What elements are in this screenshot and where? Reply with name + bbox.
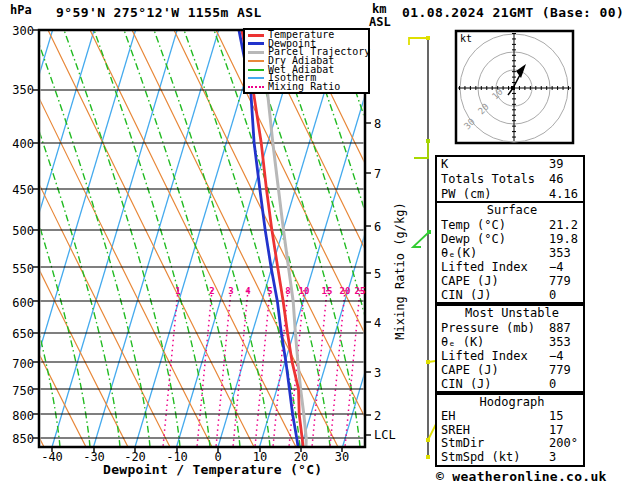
- table-section-title: Most Unstable: [437, 306, 583, 321]
- parcel-line-sample: [248, 51, 264, 54]
- pressure-tick: 350: [6, 83, 34, 97]
- table-row: θₑ (K)353: [437, 335, 583, 349]
- table-row: CAPE (J)779: [437, 363, 583, 377]
- mixing-ratio-value: 25: [352, 286, 368, 296]
- mixing-ratio-value: 8: [280, 286, 296, 296]
- wind-barb-dot: [426, 36, 430, 40]
- pressure-tick: 700: [6, 357, 34, 371]
- pressure-tick: 600: [6, 296, 34, 310]
- km-tick: 5: [374, 267, 381, 281]
- datetime-label: 01.08.2024 21GMT (Base: 00): [402, 5, 624, 20]
- table-row: CIN (J)0: [437, 288, 583, 302]
- lcl-label: LCL: [374, 428, 396, 442]
- table-row: Pressure (mb)887: [437, 321, 583, 335]
- legend: Temperature Dewpoint Parcel Trajectory D…: [243, 28, 370, 94]
- wind-barb: [413, 232, 429, 247]
- wind-barb-dot: [426, 139, 430, 143]
- table-row: K39: [437, 157, 583, 172]
- mixing-ratio-value: 10: [296, 286, 312, 296]
- km-tick: 6: [374, 220, 381, 234]
- indices-table: K39 Totals Totals46 PW (cm)4.16: [435, 155, 585, 203]
- mixing-ratio-axis-label: Mixing Ratio (g/kg): [393, 191, 407, 351]
- wind-barb: [414, 141, 428, 158]
- wind-barb-dot: [426, 455, 430, 459]
- most-unstable-table: Most Unstable Pressure (mb)887 θₑ (K)353…: [435, 304, 585, 393]
- pressure-tick: 300: [6, 24, 34, 38]
- table-row: Temp (°C)21.2: [437, 218, 583, 232]
- table-row: Lifted Index−4: [437, 260, 583, 274]
- table-row: SREH17: [437, 424, 583, 438]
- table-row: PW (cm)4.16: [437, 187, 583, 202]
- km-tick: 2: [374, 409, 381, 423]
- asl-axis-unit: ASL: [369, 15, 391, 29]
- wet-adiabat-line-sample: [248, 69, 264, 71]
- table-row: StmSpd (kt)3: [437, 451, 583, 465]
- km-tick: 3: [374, 366, 381, 380]
- table-row: StmDir200°: [437, 437, 583, 451]
- mixing-ratio-value: 1: [170, 286, 186, 296]
- sounding-chart: hPa 9°59'N 275°12'W 1155m ASL 01.08.2024…: [0, 0, 629, 486]
- table-row: EH15: [437, 410, 583, 424]
- pressure-tick: 400: [6, 137, 34, 151]
- x-axis-label: Dewpoint / Temperature (°C): [103, 462, 322, 477]
- km-tick: 7: [374, 167, 381, 181]
- page-title: 9°59'N 275°12'W 1155m ASL: [56, 5, 262, 20]
- legend-label: Mixing Ratio: [268, 83, 340, 91]
- temperature-line-sample: [248, 34, 264, 37]
- hodograph-origin-dot: [511, 86, 515, 90]
- pressure-tick: 650: [6, 327, 34, 341]
- copyright: © weatheronline.co.uk: [436, 469, 607, 484]
- pressure-unit-label: hPa: [10, 3, 32, 17]
- surface-table: Surface Temp (°C)21.2 Dewp (°C)19.8 θₑ(K…: [435, 201, 585, 304]
- dewpoint-line-sample: [248, 42, 264, 45]
- temp-tick: 30: [328, 450, 356, 464]
- hodograph-unit-label: kt: [460, 33, 472, 44]
- pressure-tick: 550: [6, 262, 34, 276]
- pressure-tick: 500: [6, 224, 34, 238]
- mixing-ratio-value: 15: [319, 286, 335, 296]
- table-row: Totals Totals46: [437, 172, 583, 187]
- dry-adiabat-line-sample: [248, 60, 264, 62]
- table-row: Dewp (°C)19.8: [437, 232, 583, 246]
- wind-barb: [409, 38, 428, 45]
- legend-item: Mixing Ratio: [248, 83, 368, 91]
- wind-barb-dot: [426, 438, 430, 442]
- wind-barb-dot: [427, 230, 431, 234]
- pressure-tick: 800: [6, 409, 34, 423]
- km-tick: 8: [374, 117, 381, 131]
- mixing-ratio-value: 3: [223, 286, 239, 296]
- mixing-ratio-value: 4: [240, 286, 256, 296]
- mixing-ratio-value: 5: [262, 286, 278, 296]
- km-tick: 4: [374, 316, 381, 330]
- temp-tick: -40: [38, 450, 66, 464]
- pressure-tick: 450: [6, 183, 34, 197]
- table-section-title: Surface: [437, 203, 583, 218]
- mixing-ratio-line-sample: [248, 86, 264, 88]
- km-axis-unit: km: [372, 2, 386, 16]
- isotherm-line-sample: [248, 77, 264, 79]
- table-row: θₑ(K)353: [437, 246, 583, 260]
- hodograph-table: Hodograph EH15 SREH17 StmDir200° StmSpd …: [435, 393, 585, 467]
- mixing-ratio-value: 2: [204, 286, 220, 296]
- table-row: Lifted Index−4: [437, 349, 583, 363]
- table-section-title: Hodograph: [437, 395, 583, 410]
- table-row: CIN (J)0: [437, 377, 583, 391]
- mixing-ratio-value: 20: [337, 286, 353, 296]
- pressure-tick: 850: [6, 432, 34, 446]
- pressure-tick: 750: [6, 384, 34, 398]
- wind-barb-dot: [426, 360, 430, 364]
- table-row: CAPE (J)779: [437, 274, 583, 288]
